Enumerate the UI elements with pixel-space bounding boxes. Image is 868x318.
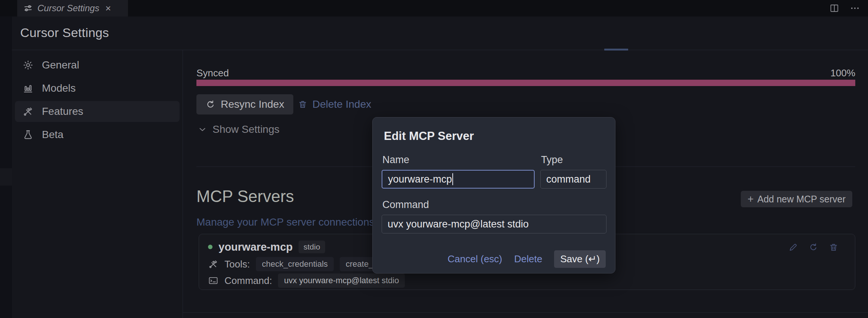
server-command-row: Command: uvx yourware-mcp@latest stdio	[208, 273, 846, 288]
mcp-servers-subtitle: Manage your MCP server connections.	[196, 216, 378, 228]
trash-icon[interactable]	[829, 242, 838, 252]
more-actions-icon[interactable]	[849, 3, 861, 13]
sidebar-item-general[interactable]: General	[15, 55, 180, 76]
sync-status: Synced	[196, 67, 229, 79]
refresh-icon	[205, 100, 216, 110]
trash-icon	[298, 100, 308, 109]
terminal-icon	[208, 275, 218, 286]
text-caret	[452, 173, 453, 185]
transport-badge: stdio	[299, 241, 325, 253]
sidebar-item-label: General	[42, 59, 79, 71]
tab-cursor-settings[interactable]: Cursor Settings ×	[17, 0, 128, 16]
split-editor-icon[interactable]	[829, 3, 840, 13]
sync-percent: 100%	[831, 67, 856, 79]
server-name: yourware-mcp	[218, 241, 293, 253]
type-label: Type	[541, 154, 563, 166]
add-mcp-server-label: Add new MCP server	[757, 194, 846, 205]
command-input[interactable]: uvx yourware-mcp@latest stdio	[382, 215, 606, 233]
header-divider	[0, 50, 868, 50]
sidebar-item-features[interactable]: Features	[15, 101, 180, 122]
delete-button[interactable]: Delete	[514, 253, 542, 265]
refresh-icon[interactable]	[809, 242, 818, 252]
cancel-button[interactable]: Cancel (esc)	[447, 253, 502, 265]
edit-mcp-server-modal: Edit MCP Server Name Type yourware-mcp c…	[372, 117, 615, 273]
command-label: Command	[382, 199, 429, 211]
status-dot	[208, 245, 213, 249]
tab-title: Cursor Settings	[37, 3, 99, 13]
gear-icon	[22, 59, 34, 71]
left-rail-notch	[0, 168, 12, 186]
sidebar-item-beta[interactable]: Beta	[15, 124, 180, 145]
sync-progress-bar	[196, 80, 855, 86]
type-select[interactable]: command	[540, 170, 606, 189]
sidebar-item-label: Models	[42, 82, 76, 94]
show-settings-toggle[interactable]: Show Settings	[198, 123, 279, 135]
plus-icon: +	[748, 193, 754, 205]
show-settings-label: Show Settings	[213, 123, 279, 135]
page-title: Cursor Settings	[20, 25, 109, 40]
tools-label: Tools:	[224, 259, 250, 270]
sidebar-item-label: Beta	[42, 129, 64, 141]
left-rail	[0, 16, 12, 318]
server-actions	[788, 242, 838, 252]
bar-chart-icon	[22, 83, 34, 94]
command-input-value: uvx yourware-mcp@latest stdio	[388, 218, 529, 230]
scroll-accent-bar	[604, 49, 628, 51]
type-select-value: command	[546, 174, 591, 185]
name-input[interactable]: yourware-mcp	[382, 170, 535, 189]
resync-index-button[interactable]: Resync Index	[196, 94, 293, 114]
command-badge: uvx yourware-mcp@latest stdio	[278, 273, 405, 288]
tab-bar: Cursor Settings ×	[0, 0, 868, 16]
sliders-icon	[23, 3, 33, 13]
tools-icon	[208, 259, 218, 269]
flask-icon	[22, 129, 34, 140]
add-mcp-server-button[interactable]: + Add new MCP server	[741, 191, 852, 207]
sidebar-item-label: Features	[42, 106, 83, 117]
sidebar-divider	[183, 50, 183, 318]
name-input-value: yourware-mcp	[388, 174, 452, 185]
sidebar-item-models[interactable]: Models	[15, 78, 180, 99]
command-label: Command:	[224, 275, 272, 287]
delete-index-label: Delete Index	[312, 98, 371, 110]
save-button[interactable]: Save (↵)	[554, 250, 606, 268]
edit-pencil-icon[interactable]	[788, 242, 798, 252]
tools-icon	[22, 106, 34, 117]
delete-index-button[interactable]: Delete Index	[298, 94, 371, 114]
bottom-divider	[183, 312, 868, 313]
sidebar: General Models Features	[15, 55, 180, 147]
tool-badge: check_credentials	[256, 257, 334, 271]
modal-actions: Cancel (esc) Delete Save (↵)	[373, 250, 606, 268]
mcp-servers-heading: MCP Servers	[196, 187, 294, 206]
modal-title: Edit MCP Server	[384, 129, 606, 143]
resync-index-label: Resync Index	[221, 98, 284, 110]
close-icon[interactable]: ×	[105, 3, 111, 13]
name-label: Name	[382, 154, 409, 166]
chevron-down-icon	[198, 125, 207, 134]
